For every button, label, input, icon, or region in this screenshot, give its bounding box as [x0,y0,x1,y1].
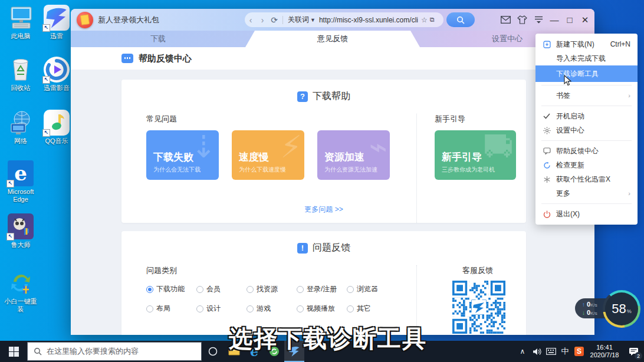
action-center-button[interactable]: 2 [623,341,644,362]
volume-icon[interactable] [530,341,544,362]
tab-download[interactable]: 下载 [71,31,245,47]
search-button[interactable] [446,12,475,27]
keyword-dropdown[interactable]: 关联词 [288,15,309,25]
search-icon [456,16,465,24]
ime-indicator[interactable]: 中 [558,341,572,362]
start-button[interactable] [0,341,27,362]
qr-code [452,281,505,334]
desktop-icon-recycle-bin[interactable]: 回收站 [4,57,37,92]
desktop-icon-thunder[interactable]: ↖ 迅雷 [40,5,73,40]
menu-item-check-update[interactable]: 检查更新 [535,158,638,172]
radio-layout[interactable]: 布局 [146,304,196,314]
mail-icon[interactable] [500,15,511,25]
address-bar: ‹ › ⟳ 关联词 ▼ http://misc-xl9-ssl.xunlei.c… [245,12,443,27]
desktop-icon-xiaobai[interactable]: 小白一键重装 [4,270,37,313]
touch-keyboard-icon[interactable] [544,341,558,362]
promo-banner[interactable]: 新人登录领大礼包 [77,12,159,28]
xiaobai-icon [8,270,34,296]
desktop-icon-this-pc[interactable]: 此电脑 [4,5,37,40]
new-download-icon [543,40,551,48]
menu-item-exit[interactable]: 退出(X) [535,207,638,221]
skin-icon[interactable] [517,15,527,25]
radio-icon [347,305,354,312]
radio-selected-icon [146,286,153,293]
radio-icon [247,305,254,312]
chat-bubble-icon [543,147,551,155]
cortana-button[interactable] [202,341,224,362]
faq-card-resource-boost[interactable]: ⌁ 资源加速 为什么资源无法加速 [317,130,390,180]
menu-item-settings[interactable]: 设置中心 [535,123,638,137]
qq-music-icon: ↖ [44,110,70,136]
network-icon [8,110,34,136]
performance-ball[interactable]: 58 % [603,290,640,328]
gift-icon [77,12,93,28]
menu-item-diagnostic-tool[interactable]: 下载诊断工具 [535,65,638,82]
guide-card[interactable]: ⛟ 新手引导 三步教你成为老司机 [435,130,516,180]
refresh-button[interactable]: ⟳ [268,15,280,25]
tray-chevron-up-icon[interactable]: ∧ [515,341,530,362]
menu-item-autostart[interactable]: 开机启动 [535,109,638,123]
chat-bubble-icon [121,54,133,63]
sogou-icon[interactable]: S [572,341,586,362]
url-text[interactable]: http://misc-xl9-ssl.xunlei.com/cli [319,16,418,24]
taskbar-search-input[interactable]: 在这里输入你要搜索的内容 [27,342,202,361]
radio-design[interactable]: 设计 [196,304,247,314]
video-subtitle: 选择下载诊断工具 [229,322,427,355]
back-button[interactable]: ‹ [245,15,257,25]
shortcut-arrow-icon: ↖ [6,233,14,241]
radio-video[interactable]: 视频播放 [297,304,347,314]
menu-item-import-unfinished[interactable]: 导入未完成下载 [535,51,638,65]
menu-item-bookmarks[interactable]: 书签 › [535,88,638,103]
menu-separator [541,140,632,141]
download-help-card: ? 下载帮助 常见问题 ⇣ 下载失败 为什么会无法下载 [121,80,526,223]
question-badge-icon: ? [297,91,308,102]
submenu-arrow-icon: › [628,190,630,197]
radio-browser[interactable]: 浏览器 [347,284,397,294]
menu-item-new-download[interactable]: 新建下载(N) Ctrl+N [535,37,638,51]
guide-label: 新手引导 [435,114,526,124]
desktop-icon-edge[interactable]: e ↖ Microsoft Edge [4,160,37,203]
chevron-down-icon[interactable]: ▼ [310,17,316,23]
minimize-button[interactable]: — [550,15,559,25]
radio-login[interactable]: 登录/注册 [297,284,347,294]
desktop-icon-network[interactable]: 网络 [4,110,37,145]
desktop-icon-thunder-player[interactable]: ↖ 迅雷影音 [40,57,73,92]
mouse-cursor-icon [564,75,572,86]
help-section-title: ? 下载帮助 [121,80,526,103]
ludashi-icon: ↖ [8,213,34,239]
more-questions-link[interactable]: 更多问题 >> [121,205,526,215]
faq-card-slow-speed[interactable]: ⚡ 速度慢 为什么下载速度慢 [232,130,304,180]
collect-page-icon[interactable]: ⧉ [430,16,435,24]
problem-feedback-card: ! 问题反馈 问题类别 下载功能 会员 找资源 登录/注册 浏览器 布局 设 [121,231,526,335]
menu-item-more[interactable]: 更多 › [535,186,638,200]
faq-card-download-fail[interactable]: ⇣ 下载失败 为什么会无法下载 [146,130,219,180]
radio-download-func[interactable]: 下载功能 [146,284,196,294]
tab-strip: 下载 意见反馈 设置中心 [71,31,594,47]
radio-game[interactable]: 游戏 [247,304,297,314]
main-menu-icon[interactable] [533,15,544,25]
edge-icon: e ↖ [8,160,34,186]
desktop-icon-ludashi[interactable]: ↖ 鲁大师 [4,213,37,249]
close-button[interactable]: ✕ [580,15,590,25]
radio-member[interactable]: 会员 [196,284,247,294]
bookmark-star-icon[interactable]: ☆ [421,16,428,24]
titlebar-buttons: — □ ✕ [500,9,590,31]
radio-icon [297,286,304,293]
radio-icon [297,305,304,312]
radio-icon [196,286,203,293]
tab-feedback[interactable]: 意见反馈 [245,31,420,47]
promo-text: 新人登录领大礼包 [98,15,159,25]
radio-other[interactable]: 其它 [347,304,397,314]
forward-button[interactable]: › [257,15,268,25]
menu-item-help-center[interactable]: 帮助反馈中心 [535,144,638,158]
menu-item-personalize[interactable]: 获取个性化迅雷X [535,172,638,186]
lightning-icon: ⚡ [280,131,302,162]
download-arrow-icon: ⇣ [190,131,216,162]
maximize-button[interactable]: □ [565,15,574,25]
menu-separator [541,85,632,85]
clock[interactable]: 16:41 2020/7/18 [586,344,623,359]
desktop-icon-qq-music[interactable]: ↖ QQ音乐 [40,110,73,145]
this-pc-icon [8,5,34,31]
radio-find-resource[interactable]: 找资源 [247,284,297,294]
power-icon [543,210,551,218]
